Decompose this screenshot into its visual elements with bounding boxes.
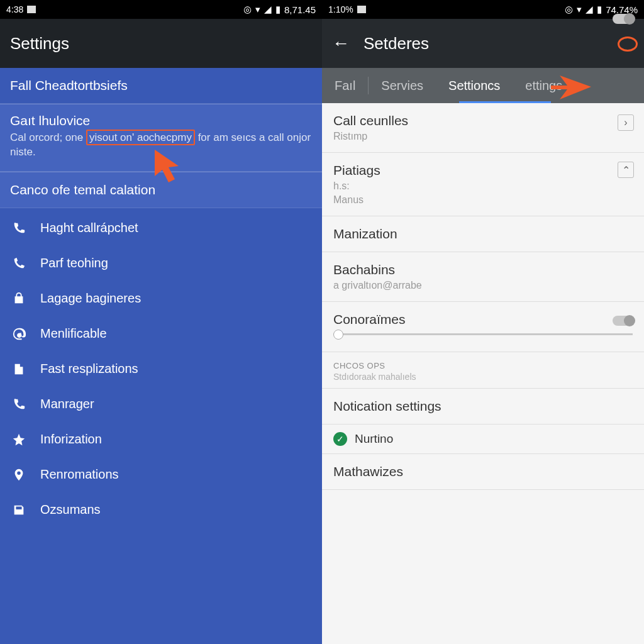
app-bar: ← Setderes bbox=[322, 19, 644, 68]
star-icon bbox=[11, 432, 26, 447]
notification-icon bbox=[357, 6, 366, 13]
menu-list: Haght callrápchet Parf teohing Lagage ba… bbox=[0, 208, 322, 528]
battery-icon: ▮ bbox=[597, 4, 602, 15]
battery-icon: ▮ bbox=[275, 4, 280, 15]
phone-dial-icon bbox=[11, 256, 26, 271]
row-title: Mathawizes bbox=[333, 464, 633, 479]
lock-bag-icon bbox=[11, 291, 26, 306]
status-battery-text: 74.74% bbox=[606, 4, 638, 15]
row-manization[interactable]: Manization bbox=[322, 216, 644, 252]
app-bar-title: Settings bbox=[10, 34, 69, 53]
pin-icon bbox=[11, 467, 26, 482]
row-title: Manization bbox=[333, 226, 633, 242]
menu-item-menlificable[interactable]: Menlificable bbox=[0, 316, 322, 352]
row-title: Conoraïmes bbox=[333, 312, 633, 327]
highlighted-text: yisout on' aochecpmy bbox=[86, 130, 195, 145]
expand-icon[interactable]: ⌃ bbox=[618, 162, 634, 178]
tab-fail[interactable]: Faıl bbox=[322, 68, 368, 103]
toggle-switch[interactable] bbox=[613, 316, 634, 326]
toggle-switch[interactable] bbox=[613, 14, 634, 24]
tab-servies[interactable]: Servies bbox=[369, 68, 436, 103]
back-icon[interactable]: ← bbox=[332, 33, 350, 53]
phone-icon bbox=[11, 397, 26, 412]
svg-marker-0 bbox=[155, 150, 179, 182]
menu-item-parf-teohing[interactable]: Parf teohing bbox=[0, 246, 322, 281]
wifi-icon: ▾ bbox=[255, 4, 260, 15]
menu-item-label: Parf teohing bbox=[40, 256, 108, 270]
notification-icon bbox=[27, 6, 36, 13]
row-label: Nurtino bbox=[355, 432, 393, 446]
status-bar: 1:10% ◎ ▾ ◢ ▮ 74.74% bbox=[322, 0, 644, 19]
highlight-ring-icon bbox=[618, 36, 638, 52]
row-mathawizes[interactable]: Mathawizes bbox=[322, 453, 644, 490]
row-title: Bachabins bbox=[333, 262, 633, 277]
menu-item-inforization[interactable]: Inforization bbox=[0, 422, 322, 457]
right-screen: 1:10% ◎ ▾ ◢ ▮ 74.74% ← Setderes Faıl Ser… bbox=[322, 0, 644, 644]
left-screen: 4:38 ◎ ▾ ◢ ▮ 8,71.45 Settings Fall Chead… bbox=[0, 0, 322, 644]
menu-item-label: Manrager bbox=[40, 397, 94, 411]
menu-item-fast-resplizations[interactable]: Fast resplizations bbox=[0, 352, 322, 387]
menu-item-renromations[interactable]: Renromations bbox=[0, 457, 322, 492]
menu-item-label: Inforization bbox=[40, 432, 102, 447]
row-conoratmes[interactable]: Conoraïmes bbox=[322, 302, 644, 352]
settings-list: Call ceunlles Ristımp › Piatiags h.s: Ma… bbox=[322, 103, 644, 490]
document-icon bbox=[11, 362, 26, 377]
row-subtitle-2: Manus bbox=[333, 194, 633, 206]
section-header-sub: Stdıdoraak mahalıels bbox=[322, 372, 644, 388]
slider[interactable] bbox=[333, 333, 633, 335]
menu-item-label: Renromations bbox=[40, 467, 119, 482]
row-nurtino[interactable]: ✓ Nurtino bbox=[322, 425, 644, 453]
section-fall-cheadtortbsiefs[interactable]: Fall Cheadtortbsiefs bbox=[0, 68, 322, 104]
row-title: Call ceunlles bbox=[333, 113, 633, 128]
row-title: Notication settings bbox=[333, 399, 633, 414]
hotspot-icon: ◎ bbox=[565, 4, 573, 15]
row-call-ceunlles[interactable]: Call ceunlles Ristımp › bbox=[322, 103, 644, 153]
at-sign-icon bbox=[11, 326, 26, 341]
svg-marker-1 bbox=[551, 75, 591, 99]
menu-item-label: Haght callrápchet bbox=[40, 221, 138, 235]
save-icon bbox=[11, 502, 26, 518]
wifi-icon: ▾ bbox=[577, 4, 582, 15]
menu-item-label: Ozsumans bbox=[40, 502, 101, 517]
menu-item-label: Menlificable bbox=[40, 326, 107, 341]
settings-content: Fall Cheadtortbsiefs Gaıt lhulovice Cal … bbox=[0, 68, 322, 528]
menu-item-manrager[interactable]: Manrager bbox=[0, 387, 322, 422]
row-subtitle: h.s: bbox=[333, 180, 633, 192]
menu-item-lagage-bagineres[interactable]: Lagage bagineres bbox=[0, 281, 322, 316]
status-time: 4:38 bbox=[6, 4, 23, 14]
section-label: Fall Cheadtortbsiefs bbox=[10, 78, 128, 92]
menu-item-label: Lagage bagineres bbox=[40, 291, 141, 306]
status-battery-text: 8,71.45 bbox=[284, 4, 316, 15]
chevron-right-icon[interactable]: › bbox=[618, 114, 634, 131]
app-bar: Settings bbox=[0, 19, 322, 68]
hotspot-icon: ◎ bbox=[243, 4, 252, 15]
row-subtitle: a grivaltıon@arrabe bbox=[333, 280, 633, 291]
menu-item-label: Fast resplizations bbox=[40, 362, 138, 376]
row-bachabins[interactable]: Bachabins a grivaltıon@arrabe bbox=[322, 252, 644, 302]
status-bar: 4:38 ◎ ▾ ◢ ▮ 8,71.45 bbox=[0, 0, 322, 19]
menu-item-haght-callrapchet[interactable]: Haght callrápchet bbox=[0, 211, 322, 246]
section-gait-lhulovice[interactable]: Gaıt lhulovice Cal orcord; one yisout on… bbox=[0, 104, 322, 172]
section-label: Canco ofe temal calation bbox=[10, 182, 155, 197]
signal-icon: ◢ bbox=[586, 4, 593, 15]
app-bar-title: Setderes bbox=[364, 34, 429, 53]
tab-settioncs[interactable]: Settioncs bbox=[436, 68, 513, 103]
row-notication-settings[interactable]: Notication settings bbox=[322, 388, 644, 425]
section-title: Gaıt lhulovice bbox=[10, 113, 312, 128]
row-title: Piatiags bbox=[333, 163, 633, 178]
section-header-chcos-ops: CHCOS OPS bbox=[322, 352, 644, 372]
row-subtitle: Ristımp bbox=[333, 131, 633, 142]
tab-bar: Faıl Servies Settioncs ettings bbox=[322, 68, 644, 103]
signal-icon: ◢ bbox=[264, 4, 272, 15]
phone-handset-icon bbox=[11, 221, 26, 236]
status-time: 1:10% bbox=[328, 4, 353, 14]
row-piatiags[interactable]: Piatiags h.s: Manus ⌃ bbox=[322, 153, 644, 216]
check-circle-icon: ✓ bbox=[333, 432, 347, 446]
menu-item-ozsumans[interactable]: Ozsumans bbox=[0, 492, 322, 528]
